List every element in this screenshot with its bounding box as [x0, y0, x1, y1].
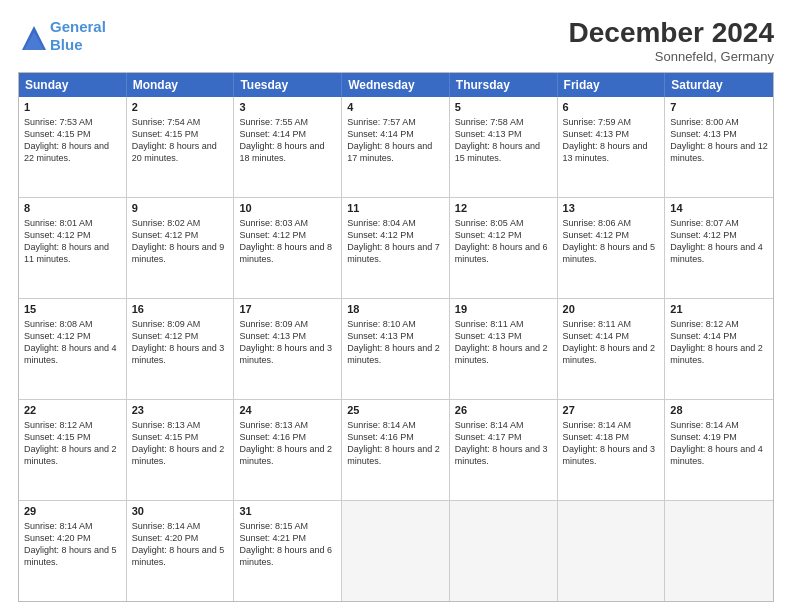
sunset-text: Sunset: 4:15 PM	[24, 129, 91, 139]
calendar-cell: 21Sunrise: 8:12 AMSunset: 4:14 PMDayligh…	[665, 299, 773, 399]
calendar: SundayMondayTuesdayWednesdayThursdayFrid…	[18, 72, 774, 602]
sunrise-text: Sunrise: 7:59 AM	[563, 117, 632, 127]
sunset-text: Sunset: 4:15 PM	[132, 129, 199, 139]
sunset-text: Sunset: 4:14 PM	[563, 331, 630, 341]
logo-text: General Blue	[50, 18, 106, 54]
calendar-cell: 28Sunrise: 8:14 AMSunset: 4:19 PMDayligh…	[665, 400, 773, 500]
sunset-text: Sunset: 4:15 PM	[24, 432, 91, 442]
calendar-cell: 19Sunrise: 8:11 AMSunset: 4:13 PMDayligh…	[450, 299, 558, 399]
daylight-text: Daylight: 8 hours and 17 minutes.	[347, 141, 432, 163]
sunrise-text: Sunrise: 8:14 AM	[24, 521, 93, 531]
month-title: December 2024	[569, 18, 774, 49]
calendar-cell: 20Sunrise: 8:11 AMSunset: 4:14 PMDayligh…	[558, 299, 666, 399]
sunset-text: Sunset: 4:19 PM	[670, 432, 737, 442]
calendar-cell: 16Sunrise: 8:09 AMSunset: 4:12 PMDayligh…	[127, 299, 235, 399]
calendar-week-row: 29Sunrise: 8:14 AMSunset: 4:20 PMDayligh…	[19, 501, 773, 601]
daylight-text: Daylight: 8 hours and 20 minutes.	[132, 141, 217, 163]
sunset-text: Sunset: 4:13 PM	[670, 129, 737, 139]
day-number: 2	[132, 100, 229, 115]
calendar-cell	[558, 501, 666, 601]
calendar-cell	[450, 501, 558, 601]
sunset-text: Sunset: 4:17 PM	[455, 432, 522, 442]
calendar-cell: 12Sunrise: 8:05 AMSunset: 4:12 PMDayligh…	[450, 198, 558, 298]
sunrise-text: Sunrise: 7:57 AM	[347, 117, 416, 127]
calendar-cell: 22Sunrise: 8:12 AMSunset: 4:15 PMDayligh…	[19, 400, 127, 500]
daylight-text: Daylight: 8 hours and 18 minutes.	[239, 141, 324, 163]
day-number: 4	[347, 100, 444, 115]
daylight-text: Daylight: 8 hours and 22 minutes.	[24, 141, 109, 163]
day-header: Wednesday	[342, 73, 450, 97]
daylight-text: Daylight: 8 hours and 9 minutes.	[132, 242, 225, 264]
day-number: 14	[670, 201, 768, 216]
day-number: 23	[132, 403, 229, 418]
sunrise-text: Sunrise: 8:14 AM	[563, 420, 632, 430]
sunset-text: Sunset: 4:15 PM	[132, 432, 199, 442]
sunrise-text: Sunrise: 8:14 AM	[347, 420, 416, 430]
sunset-text: Sunset: 4:20 PM	[24, 533, 91, 543]
calendar-cell: 13Sunrise: 8:06 AMSunset: 4:12 PMDayligh…	[558, 198, 666, 298]
calendar-cell: 1Sunrise: 7:53 AMSunset: 4:15 PMDaylight…	[19, 97, 127, 197]
sunset-text: Sunset: 4:13 PM	[563, 129, 630, 139]
daylight-text: Daylight: 8 hours and 8 minutes.	[239, 242, 332, 264]
day-number: 24	[239, 403, 336, 418]
sunrise-text: Sunrise: 8:15 AM	[239, 521, 308, 531]
calendar-cell: 24Sunrise: 8:13 AMSunset: 4:16 PMDayligh…	[234, 400, 342, 500]
calendar-cell: 6Sunrise: 7:59 AMSunset: 4:13 PMDaylight…	[558, 97, 666, 197]
sunrise-text: Sunrise: 8:04 AM	[347, 218, 416, 228]
calendar-week-row: 15Sunrise: 8:08 AMSunset: 4:12 PMDayligh…	[19, 299, 773, 400]
sunset-text: Sunset: 4:21 PM	[239, 533, 306, 543]
sunrise-text: Sunrise: 8:08 AM	[24, 319, 93, 329]
sunrise-text: Sunrise: 8:13 AM	[132, 420, 201, 430]
day-number: 3	[239, 100, 336, 115]
day-number: 20	[563, 302, 660, 317]
sunrise-text: Sunrise: 8:06 AM	[563, 218, 632, 228]
daylight-text: Daylight: 8 hours and 4 minutes.	[670, 444, 763, 466]
calendar-cell	[665, 501, 773, 601]
day-header: Tuesday	[234, 73, 342, 97]
sunrise-text: Sunrise: 8:01 AM	[24, 218, 93, 228]
day-number: 31	[239, 504, 336, 519]
daylight-text: Daylight: 8 hours and 3 minutes.	[239, 343, 332, 365]
sunrise-text: Sunrise: 8:09 AM	[239, 319, 308, 329]
daylight-text: Daylight: 8 hours and 2 minutes.	[347, 444, 440, 466]
sunset-text: Sunset: 4:13 PM	[239, 331, 306, 341]
sunset-text: Sunset: 4:12 PM	[24, 230, 91, 240]
day-number: 21	[670, 302, 768, 317]
logo: General Blue	[18, 18, 106, 54]
sunset-text: Sunset: 4:16 PM	[239, 432, 306, 442]
title-area: December 2024 Sonnefeld, Germany	[569, 18, 774, 64]
daylight-text: Daylight: 8 hours and 2 minutes.	[239, 444, 332, 466]
daylight-text: Daylight: 8 hours and 2 minutes.	[24, 444, 117, 466]
sunrise-text: Sunrise: 8:00 AM	[670, 117, 739, 127]
sunrise-text: Sunrise: 7:55 AM	[239, 117, 308, 127]
day-header: Thursday	[450, 73, 558, 97]
sunrise-text: Sunrise: 8:03 AM	[239, 218, 308, 228]
header: General Blue December 2024 Sonnefeld, Ge…	[18, 18, 774, 64]
calendar-cell: 25Sunrise: 8:14 AMSunset: 4:16 PMDayligh…	[342, 400, 450, 500]
day-number: 16	[132, 302, 229, 317]
sunset-text: Sunset: 4:13 PM	[347, 331, 414, 341]
calendar-week-row: 1Sunrise: 7:53 AMSunset: 4:15 PMDaylight…	[19, 97, 773, 198]
sunrise-text: Sunrise: 8:11 AM	[563, 319, 632, 329]
day-number: 27	[563, 403, 660, 418]
sunset-text: Sunset: 4:20 PM	[132, 533, 199, 543]
logo-blue: Blue	[50, 36, 83, 53]
day-header: Sunday	[19, 73, 127, 97]
sunrise-text: Sunrise: 8:14 AM	[455, 420, 524, 430]
day-number: 26	[455, 403, 552, 418]
sunrise-text: Sunrise: 7:58 AM	[455, 117, 524, 127]
calendar-cell: 31Sunrise: 8:15 AMSunset: 4:21 PMDayligh…	[234, 501, 342, 601]
day-number: 6	[563, 100, 660, 115]
daylight-text: Daylight: 8 hours and 2 minutes.	[670, 343, 763, 365]
sunset-text: Sunset: 4:16 PM	[347, 432, 414, 442]
calendar-cell: 8Sunrise: 8:01 AMSunset: 4:12 PMDaylight…	[19, 198, 127, 298]
day-number: 28	[670, 403, 768, 418]
sunrise-text: Sunrise: 7:54 AM	[132, 117, 201, 127]
daylight-text: Daylight: 8 hours and 2 minutes.	[132, 444, 225, 466]
sunrise-text: Sunrise: 8:09 AM	[132, 319, 201, 329]
calendar-cell: 2Sunrise: 7:54 AMSunset: 4:15 PMDaylight…	[127, 97, 235, 197]
calendar-cell: 3Sunrise: 7:55 AMSunset: 4:14 PMDaylight…	[234, 97, 342, 197]
daylight-text: Daylight: 8 hours and 2 minutes.	[455, 343, 548, 365]
sunrise-text: Sunrise: 8:14 AM	[132, 521, 201, 531]
calendar-cell: 11Sunrise: 8:04 AMSunset: 4:12 PMDayligh…	[342, 198, 450, 298]
